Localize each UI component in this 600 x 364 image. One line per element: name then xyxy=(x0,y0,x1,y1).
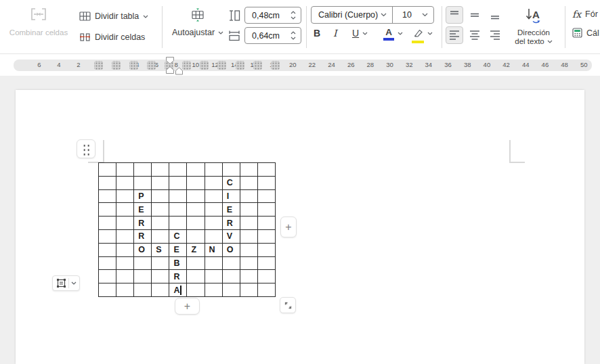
table-move-handle[interactable] xyxy=(77,139,95,158)
table-cell[interactable] xyxy=(169,217,187,230)
table-cell[interactable] xyxy=(116,190,134,204)
table-cell[interactable] xyxy=(116,270,134,283)
table-cell[interactable]: C xyxy=(223,177,240,190)
table-cell[interactable] xyxy=(187,257,205,271)
split-table-button[interactable]: Dividir tabla xyxy=(79,9,148,24)
table-cell[interactable]: Z xyxy=(187,244,205,257)
table-cell[interactable] xyxy=(99,190,116,204)
table-cell[interactable] xyxy=(134,283,152,297)
insert-row-button[interactable]: + xyxy=(175,298,200,315)
table-cell[interactable] xyxy=(116,283,134,297)
align-right-button[interactable] xyxy=(486,26,504,44)
table-cell[interactable]: B xyxy=(169,257,187,271)
table-cell[interactable] xyxy=(187,283,205,297)
table-cell[interactable] xyxy=(99,244,116,257)
spinner-down-icon[interactable] xyxy=(291,37,296,40)
insert-column-button[interactable]: + xyxy=(280,217,297,237)
table-cell[interactable] xyxy=(152,163,169,177)
table-cell[interactable] xyxy=(152,177,169,190)
table-cell[interactable] xyxy=(169,177,187,190)
table-cell[interactable] xyxy=(99,203,116,217)
table-cell[interactable] xyxy=(187,270,205,283)
table-cell[interactable]: E xyxy=(223,203,240,217)
table-column-marker[interactable] xyxy=(147,61,156,70)
table-cell[interactable] xyxy=(205,283,223,297)
table-cell[interactable] xyxy=(205,203,223,217)
table-cell[interactable] xyxy=(187,203,205,217)
table-cell[interactable]: V xyxy=(223,230,240,244)
table-cell[interactable] xyxy=(258,163,276,177)
table-cell[interactable] xyxy=(240,270,258,283)
row-height-input[interactable]: 0,48cm xyxy=(244,7,301,24)
table-cell[interactable] xyxy=(258,203,276,217)
table-cell[interactable] xyxy=(205,190,223,204)
table-cell[interactable] xyxy=(152,257,169,271)
table-cell[interactable] xyxy=(205,270,223,283)
table-cell[interactable] xyxy=(134,177,152,190)
table-cell[interactable] xyxy=(99,217,116,230)
font-size-select[interactable]: 10 xyxy=(392,7,433,23)
table-cell[interactable] xyxy=(240,283,258,297)
table-cell[interactable] xyxy=(116,257,134,271)
column-width-spinner[interactable] xyxy=(291,31,301,40)
table-cell[interactable]: E xyxy=(169,244,187,257)
table-column-marker[interactable] xyxy=(112,61,121,70)
table-cell[interactable] xyxy=(134,270,152,283)
table-cell[interactable]: P xyxy=(134,190,152,204)
table-cell[interactable] xyxy=(258,230,276,244)
table-column-marker[interactable] xyxy=(271,61,280,70)
split-cells-button[interactable]: Dividir celdas xyxy=(79,30,145,45)
table-cell[interactable] xyxy=(152,270,169,283)
table-cell[interactable] xyxy=(99,177,116,190)
table-cell[interactable] xyxy=(99,163,116,177)
table-options-button[interactable] xyxy=(52,275,80,291)
table-cell[interactable] xyxy=(187,190,205,204)
calculation-button[interactable]: Cál xyxy=(572,28,600,38)
table-cell[interactable] xyxy=(258,244,276,257)
table-column-marker[interactable] xyxy=(236,61,244,70)
table-cell[interactable]: R xyxy=(134,217,152,230)
table-cell[interactable] xyxy=(116,177,134,190)
chevron-down-icon[interactable] xyxy=(71,281,77,285)
table-cell[interactable]: N xyxy=(205,244,223,257)
table-cell[interactable] xyxy=(240,257,258,271)
table-column-marker[interactable] xyxy=(200,61,209,70)
table-cell[interactable] xyxy=(205,230,223,244)
formula-button[interactable]: fx Fór xyxy=(572,9,600,20)
row-height-spinner[interactable] xyxy=(291,11,301,20)
font-name-select[interactable]: Calibri (Cuerpo) xyxy=(312,7,392,23)
table-cell[interactable] xyxy=(116,203,134,217)
table-cell[interactable] xyxy=(258,177,276,190)
align-center-button[interactable] xyxy=(466,26,484,44)
table-cell[interactable] xyxy=(169,203,187,217)
table-cell[interactable] xyxy=(116,244,134,257)
table-cell[interactable] xyxy=(116,230,134,244)
table-cell[interactable] xyxy=(240,203,258,217)
table-cell[interactable] xyxy=(223,163,240,177)
align-bottom-button[interactable] xyxy=(486,6,504,24)
table-cell[interactable]: O xyxy=(134,244,152,257)
table-cell[interactable] xyxy=(116,163,134,177)
table-cell[interactable] xyxy=(223,257,240,271)
table-cell[interactable] xyxy=(205,177,223,190)
highlight-button[interactable] xyxy=(412,28,433,44)
table-resize-handle[interactable] xyxy=(280,297,296,313)
align-left-button[interactable] xyxy=(446,26,463,44)
indent-markers[interactable] xyxy=(164,56,186,78)
table-cell[interactable] xyxy=(240,244,258,257)
table-cell[interactable]: A xyxy=(169,283,187,297)
autofit-button[interactable]: Autoajustar xyxy=(168,8,228,37)
align-top-button[interactable] xyxy=(446,6,463,24)
table-cell[interactable] xyxy=(134,257,152,271)
table-cell[interactable] xyxy=(187,230,205,244)
table-cell[interactable] xyxy=(152,283,169,297)
table-column-marker[interactable] xyxy=(94,61,103,70)
font-color-button[interactable]: A xyxy=(383,28,403,44)
table-cell[interactable] xyxy=(187,163,205,177)
table-cell[interactable] xyxy=(205,257,223,271)
bold-button[interactable]: B xyxy=(314,28,320,44)
table-cell[interactable] xyxy=(240,217,258,230)
table-cell[interactable] xyxy=(152,203,169,217)
table-cell[interactable] xyxy=(99,283,116,297)
table-cell[interactable] xyxy=(258,190,276,204)
